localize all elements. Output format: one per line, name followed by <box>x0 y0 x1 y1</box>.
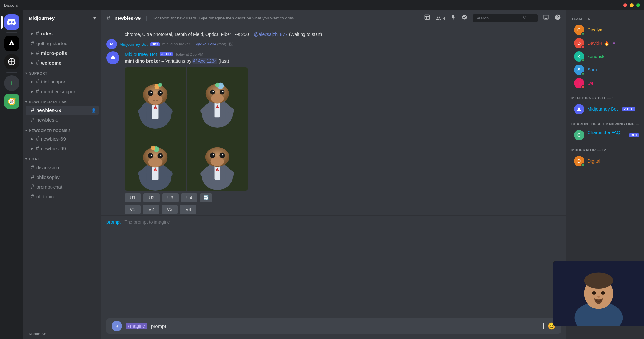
channel-item-trial-support[interactable]: ▶ # trial-support <box>26 77 99 86</box>
member-avatar-kendrick: K <box>574 51 584 62</box>
message-timestamp: Today at 2:55 PM <box>175 52 203 56</box>
variation-buttons: V1 V2 V3 V4 <box>125 205 561 214</box>
channel-name-getting-started: getting-started <box>36 41 68 46</box>
member-digital[interactable]: D Digital <box>569 155 641 168</box>
member-sam[interactable]: S Sam <box>569 63 641 76</box>
search-input[interactable] <box>475 16 521 20</box>
message-continuation: chrome, Ultra photoreal, Depth of Field,… <box>101 31 566 38</box>
image-grid <box>125 67 248 191</box>
channel-item-prompt-chat[interactable]: # prompt-chat <box>26 182 99 192</box>
variation-1-button[interactable]: V1 <box>125 205 141 214</box>
svg-point-49 <box>160 154 161 156</box>
channel-item-member-support[interactable]: ▶ # member-support <box>26 87 99 96</box>
variation-4-button[interactable]: V4 <box>180 205 196 214</box>
category-newcomer-rooms-2[interactable]: ▼ NEWCOMER ROOMS 2 <box>23 127 101 134</box>
arrow-icon: ▶ <box>31 147 34 150</box>
svg-point-60 <box>211 157 224 166</box>
channel-name-newbies-9: newbies-9 <box>36 117 58 123</box>
hash-icon: # <box>31 40 34 47</box>
hash-icon: # <box>36 59 39 66</box>
channel-name-philosophy: philosophy <box>36 174 60 180</box>
variation-3-button[interactable]: V3 <box>162 205 178 214</box>
grid-image-4 <box>187 129 248 191</box>
hash-icon: # <box>106 14 110 22</box>
category-support[interactable]: ▼ SUPPORT <box>23 70 101 77</box>
svg-point-74 <box>601 291 605 295</box>
server-divider-2 <box>6 72 17 73</box>
channel-item-newbies-39[interactable]: # newbies-39 👤 <box>26 106 99 115</box>
continuation-text: chrome, Ultra photoreal, Depth of Field,… <box>125 32 254 37</box>
server-icon-discord[interactable] <box>4 14 19 30</box>
khalid-user-partial: Khalid Ah... <box>23 329 101 339</box>
svg-point-16 <box>151 92 152 93</box>
channel-item-welcome[interactable]: ▶ # welcome <box>26 58 99 68</box>
titlebar-left: Discord <box>4 3 18 8</box>
friends-icon[interactable] <box>462 14 467 22</box>
minimize-button[interactable] <box>630 3 634 7</box>
svg-rect-27 <box>215 101 220 117</box>
prompt-display: prompt The prompt to imagine <box>101 215 566 229</box>
channel-item-newbies-9[interactable]: # newbies-9 <box>26 115 99 125</box>
chat-input[interactable] <box>151 323 539 329</box>
bot-avatar <box>106 51 119 64</box>
svg-point-30 <box>211 94 224 103</box>
category-arrow-icon: ▼ <box>25 100 28 104</box>
channel-item-newbies-69[interactable]: ▶ # newbies-69 <box>26 134 99 144</box>
member-count-icon[interactable]: 4 <box>436 15 445 21</box>
channel-item-newbies-99[interactable]: ▶ # newbies-99 <box>26 144 99 153</box>
upscale-4-button[interactable]: U4 <box>181 193 197 202</box>
server-header[interactable]: Midjourney ▾ <box>23 10 101 26</box>
channel-name-discussion: discussion <box>36 165 59 170</box>
channel-item-discussion[interactable]: # discussion <box>26 163 99 172</box>
channel-item-micro-polls[interactable]: ▶ # micro-polls <box>26 48 99 58</box>
variation-2-button[interactable]: V2 <box>143 205 159 214</box>
svg-point-21 <box>158 83 162 87</box>
message-author: Midjourney Bot <box>125 51 157 57</box>
server-icon-openai[interactable] <box>4 54 19 69</box>
inbox-icon[interactable] <box>543 14 549 22</box>
member-twn[interactable]: T twn <box>569 77 641 90</box>
member-midjourney-bot[interactable]: Midjourney Bot ✓ BOT <box>569 103 641 116</box>
upscale-1-button[interactable]: U1 <box>125 193 141 202</box>
server-name: Midjourney <box>29 15 55 21</box>
bot-badge-main: ✓ BOT <box>160 52 173 56</box>
member-avatar-cixelyn: C <box>574 25 584 35</box>
upscale-3-button[interactable]: U3 <box>162 193 179 202</box>
chat-input-area: K /imagine 😊 <box>101 318 566 339</box>
prompt-description: The prompt to imagine <box>124 220 170 225</box>
grid-image-2 <box>187 67 248 129</box>
category-label-newcomer-rooms-2: NEWCOMER ROOMS 2 <box>29 129 70 132</box>
close-button[interactable] <box>623 3 627 7</box>
upscale-2-button[interactable]: U2 <box>143 193 160 202</box>
channel-item-off-topic[interactable]: # off-topic <box>26 192 99 201</box>
channel-name-newbies-69: newbies-69 <box>41 136 66 142</box>
server-icon-explore[interactable]: 🧭 <box>4 94 19 109</box>
member-avatar-digital: D <box>574 156 584 166</box>
member-charon[interactable]: C Charon the FAQ ... BOT <box>569 129 641 142</box>
svg-point-18 <box>153 100 155 101</box>
svg-point-0 <box>11 43 13 45</box>
member-kendrick[interactable]: K kendrick <box>569 50 641 63</box>
search-box[interactable] <box>473 14 538 22</box>
titlebar-controls <box>623 3 640 7</box>
pin-icon[interactable] <box>451 14 456 22</box>
threads-icon[interactable] <box>424 14 430 22</box>
member-davidh[interactable]: D DavidH 🔥 <box>569 37 641 50</box>
member-avatar-charon: C <box>574 130 584 140</box>
server-icon-midjourney[interactable] <box>4 36 19 51</box>
maximize-button[interactable] <box>636 3 640 7</box>
help-icon[interactable] <box>554 14 561 22</box>
category-arrow-icon: ▼ <box>25 157 28 161</box>
channel-item-philosophy[interactable]: # philosophy <box>26 172 99 182</box>
category-chat[interactable]: ▼ CHAT <box>23 156 101 162</box>
member-cixelyn[interactable]: C Cixelyn <box>569 23 641 36</box>
channel-item-getting-started[interactable]: # getting-started <box>26 39 99 48</box>
titlebar: Discord <box>0 0 644 10</box>
channel-item-rules[interactable]: ▶ # rules <box>26 29 99 38</box>
refresh-button[interactable]: 🔄 <box>200 193 212 202</box>
main-layout: + 🧭 Midjourney ▾ ▶ # rules # getting-sta… <box>0 10 644 339</box>
category-newcomer-rooms[interactable]: ▼ NEWCOMER ROOMS <box>23 99 101 105</box>
channel-name-newbies-39: newbies-39 <box>36 107 61 113</box>
member-name-charon: Charon the FAQ ... <box>588 130 625 140</box>
add-server-button[interactable]: + <box>4 75 19 91</box>
